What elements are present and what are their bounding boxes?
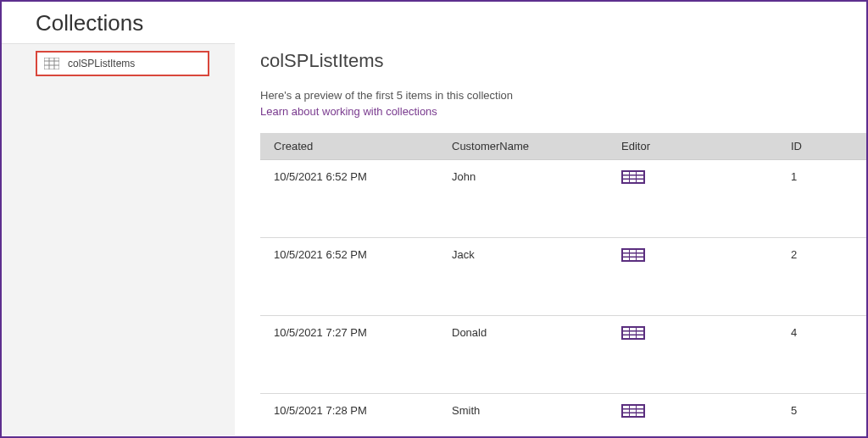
table-row[interactable]: 10/5/2021 6:52 PM Jack bbox=[260, 238, 866, 316]
svg-rect-7 bbox=[630, 172, 636, 175]
svg-rect-43 bbox=[630, 413, 636, 416]
svg-rect-0 bbox=[44, 58, 59, 69]
column-header-customername[interactable]: CustomerName bbox=[438, 133, 608, 160]
svg-rect-27 bbox=[630, 328, 636, 330]
svg-rect-12 bbox=[623, 180, 629, 182]
cell-created: 10/5/2021 7:27 PM bbox=[260, 316, 438, 394]
cell-customername: Smith bbox=[438, 394, 608, 436]
svg-rect-30 bbox=[630, 332, 636, 335]
svg-rect-18 bbox=[637, 250, 643, 252]
svg-rect-16 bbox=[623, 250, 629, 252]
svg-rect-22 bbox=[623, 258, 629, 260]
svg-rect-20 bbox=[630, 254, 636, 257]
cell-editor bbox=[608, 394, 777, 436]
app-frame: Collections colSPListItems colSPListItem… bbox=[0, 0, 868, 438]
cell-created: 10/5/2021 6:52 PM bbox=[260, 160, 438, 238]
svg-rect-9 bbox=[623, 176, 629, 179]
svg-rect-14 bbox=[637, 180, 643, 182]
cell-editor bbox=[608, 160, 777, 238]
svg-rect-40 bbox=[630, 410, 636, 413]
svg-rect-39 bbox=[623, 410, 629, 413]
svg-rect-11 bbox=[637, 176, 643, 179]
cell-editor bbox=[608, 316, 777, 394]
svg-rect-33 bbox=[630, 335, 636, 338]
cell-created: 10/5/2021 6:52 PM bbox=[260, 238, 438, 316]
cell-id: 1 bbox=[777, 160, 866, 238]
table-row[interactable]: 10/5/2021 6:52 PM John bbox=[260, 160, 866, 238]
svg-rect-24 bbox=[637, 258, 643, 260]
cell-customername: Donald bbox=[438, 316, 608, 394]
cell-id: 5 bbox=[777, 394, 866, 436]
sidebar-item-label: colSPListItems bbox=[68, 58, 135, 69]
sidebar-item-colsplistitems[interactable]: colSPListItems bbox=[36, 51, 209, 76]
svg-rect-26 bbox=[623, 328, 629, 330]
collections-sidebar: colSPListItems bbox=[2, 43, 235, 435]
svg-rect-8 bbox=[637, 172, 643, 175]
page-title: Collections bbox=[2, 2, 866, 43]
svg-rect-42 bbox=[623, 413, 629, 416]
cell-editor bbox=[608, 238, 777, 316]
table-header-row: Created CustomerName Editor ID bbox=[260, 133, 866, 160]
collection-preview-table: Created CustomerName Editor ID 10/5/2021… bbox=[260, 133, 866, 435]
svg-rect-17 bbox=[630, 250, 636, 252]
svg-rect-36 bbox=[623, 406, 629, 408]
svg-rect-31 bbox=[637, 332, 643, 335]
collection-title: colSPListItems bbox=[260, 50, 866, 72]
svg-rect-19 bbox=[623, 254, 629, 257]
svg-rect-10 bbox=[630, 176, 636, 179]
preview-description: Here's a preview of the first 5 items in… bbox=[260, 89, 866, 102]
record-icon bbox=[621, 248, 645, 262]
record-icon bbox=[621, 170, 645, 184]
cell-created: 10/5/2021 7:28 PM bbox=[260, 394, 438, 436]
svg-rect-34 bbox=[637, 335, 643, 338]
record-icon bbox=[621, 404, 645, 418]
column-header-id[interactable]: ID bbox=[777, 133, 866, 160]
svg-rect-21 bbox=[637, 254, 643, 257]
cell-customername: John bbox=[438, 160, 608, 238]
svg-rect-32 bbox=[623, 335, 629, 338]
learn-collections-link[interactable]: Learn about working with collections bbox=[260, 105, 437, 118]
column-header-editor[interactable]: Editor bbox=[608, 133, 777, 160]
svg-rect-44 bbox=[637, 413, 643, 416]
svg-rect-23 bbox=[630, 258, 636, 260]
svg-rect-29 bbox=[623, 332, 629, 335]
record-icon bbox=[621, 326, 645, 340]
svg-rect-38 bbox=[637, 406, 643, 408]
svg-rect-13 bbox=[630, 180, 636, 182]
svg-rect-6 bbox=[623, 172, 629, 175]
cell-customername: Jack bbox=[438, 238, 608, 316]
table-row[interactable]: 10/5/2021 7:27 PM Donald bbox=[260, 316, 866, 394]
column-header-created[interactable]: Created bbox=[260, 133, 438, 160]
table-row[interactable]: 10/5/2021 7:28 PM Smith bbox=[260, 394, 866, 436]
main-panel: colSPListItems Here's a preview of the f… bbox=[235, 43, 866, 435]
cell-id: 2 bbox=[777, 238, 866, 316]
svg-rect-41 bbox=[637, 410, 643, 413]
cell-id: 4 bbox=[777, 316, 866, 394]
svg-rect-28 bbox=[637, 328, 643, 330]
table-icon bbox=[44, 58, 59, 69]
svg-rect-37 bbox=[630, 406, 636, 408]
content-area: colSPListItems colSPListItems Here's a p… bbox=[2, 43, 866, 435]
